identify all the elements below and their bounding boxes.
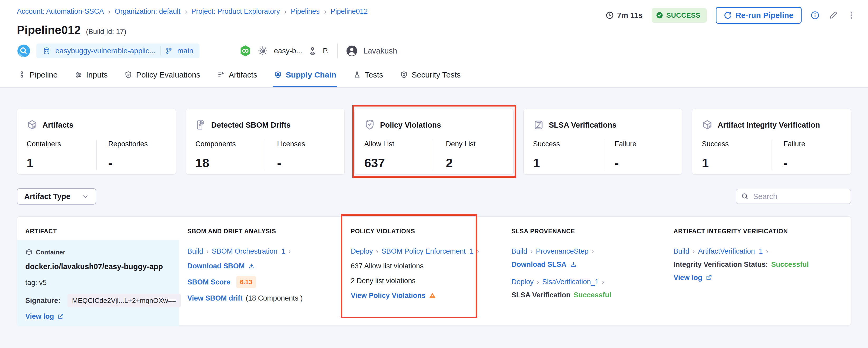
- card-title: Artifact Integrity Verification: [717, 121, 820, 129]
- table-header-row: ARTIFACT SBOM AND DRIFT ANALYSIS POLICY …: [17, 217, 851, 235]
- chevron-right-icon: ›: [376, 246, 378, 256]
- tab-label: Pipeline: [30, 70, 58, 79]
- view-policy-violations-link[interactable]: View Policy Violations: [351, 291, 426, 300]
- view-sbom-drift-link[interactable]: View SBOM drift: [187, 293, 243, 303]
- stat-slsa-success: Success 1: [533, 140, 603, 170]
- meta-divider: [337, 44, 338, 58]
- card-policy-violations: Policy Violations Allow List 637 Deny Li…: [354, 109, 514, 175]
- chevron-right-icon: ›: [324, 8, 326, 15]
- integrity-cell: Build › ArtifactVerification_1 › Integri…: [665, 240, 851, 326]
- card-title: Detected SBOM Drifts: [211, 121, 291, 129]
- view-log-link[interactable]: View log: [674, 273, 702, 282]
- download-slsa-link[interactable]: Download SLSA: [512, 260, 566, 269]
- chevron-right-icon: ›: [692, 246, 695, 256]
- download-sbom-link[interactable]: Download SBOM: [187, 261, 245, 271]
- card-title: SLSA Verifications: [549, 121, 617, 129]
- stat-licenses: Licenses -: [265, 140, 335, 170]
- tab-label: Inputs: [86, 70, 108, 79]
- integrity-status-value: Successful: [771, 260, 809, 269]
- sbom-score-link[interactable]: SBOM Score: [187, 277, 230, 287]
- tab-artifacts[interactable]: Artifacts: [216, 70, 258, 87]
- stage-link[interactable]: Deploy: [512, 277, 534, 287]
- stage-link[interactable]: Build: [674, 246, 689, 256]
- rerun-pipeline-button[interactable]: Re-run Pipeline: [716, 7, 802, 24]
- repo-name-link[interactable]: easybuggy-vulnerable-applic...: [55, 47, 155, 55]
- stage-icon: [308, 47, 317, 55]
- repository-icon: [43, 47, 51, 55]
- search-input[interactable]: [753, 192, 846, 201]
- shield-check-icon: [364, 119, 375, 130]
- kebab-menu-icon[interactable]: [847, 11, 856, 20]
- chevron-right-icon: ›: [592, 246, 594, 256]
- tab-tests[interactable]: Tests: [352, 70, 384, 87]
- sbom-cell: Build › SBOM Orchestration_1 › Download …: [179, 240, 343, 326]
- stat-deny-list: Deny List 2: [434, 140, 504, 170]
- warning-triangle-icon: [429, 292, 436, 299]
- artifact-tag: tag: v5: [25, 278, 174, 287]
- check-circle-icon: [656, 11, 663, 19]
- stat-components: Components 18: [195, 140, 266, 170]
- stage-link[interactable]: Build: [187, 246, 203, 256]
- user-avatar-icon: [346, 45, 358, 57]
- view-log-link[interactable]: View log: [25, 312, 54, 321]
- col-header-integrity: ARTIFACT INTEGRITY VERIFICATION: [665, 217, 851, 235]
- artifact-type-dropdown[interactable]: Artifact Type: [17, 188, 96, 205]
- chevron-right-icon: ›: [206, 246, 209, 256]
- build-id: (Build Id: 17): [86, 28, 126, 36]
- breadcrumb-project[interactable]: Project: Product Exploratory: [191, 7, 280, 16]
- step-link[interactable]: SBOM Policy Enforcement_1: [381, 246, 474, 256]
- pill-divider: [160, 47, 160, 55]
- tab-policy-evaluations[interactable]: Policy Evaluations: [123, 70, 201, 87]
- pipeline-icon: [18, 71, 26, 79]
- chevron-right-icon: ›: [766, 246, 768, 256]
- info-icon[interactable]: [811, 11, 819, 20]
- integrity-status-label: Integrity Verification Status:: [674, 260, 768, 269]
- download-icon: [570, 261, 577, 268]
- slsa-status-label: SLSA Verification: [512, 290, 570, 300]
- sbom-drift-count: (18 Components ): [246, 293, 303, 303]
- edit-pencil-icon[interactable]: [829, 10, 838, 20]
- clock-icon: [606, 11, 614, 20]
- title-row: Pipeline012 (Build Id: 17): [17, 24, 851, 37]
- status-badge: SUCCESS: [652, 8, 707, 23]
- tab-security-tests[interactable]: Security Tests: [399, 70, 462, 87]
- step-link[interactable]: ProvenanceStep: [536, 246, 589, 256]
- stat-repositories: Repositories -: [96, 140, 166, 170]
- execution-meta: easy-b... P. Lavakush: [239, 44, 397, 58]
- step-link[interactable]: ArtifactVerification_1: [698, 246, 763, 256]
- trigger-icon: [17, 44, 31, 58]
- breadcrumb-pipelines[interactable]: Pipelines: [291, 7, 320, 16]
- container-cube-icon: [25, 249, 33, 256]
- col-header-artifact: ARTIFACT: [17, 217, 179, 235]
- slsa-status-value: Successful: [574, 290, 611, 300]
- slsa-provenance-cell: Build › ProvenanceStep › Download SLSA D…: [503, 240, 665, 326]
- card-sbom-drifts: Detected SBOM Drifts Components 18 Licen…: [186, 109, 345, 175]
- tab-inputs[interactable]: Inputs: [73, 70, 109, 87]
- tab-pipeline[interactable]: Pipeline: [17, 70, 59, 87]
- breadcrumb-pipeline012[interactable]: Pipeline012: [331, 7, 368, 16]
- step-link[interactable]: SlsaVerification_1: [542, 277, 599, 287]
- page-header: Account: Automation-SSCA › Organization:…: [0, 0, 868, 88]
- stage-link[interactable]: Deploy: [351, 246, 373, 256]
- stage-link[interactable]: Build: [512, 246, 527, 256]
- stat-integrity-failure: Failure -: [772, 140, 841, 170]
- branch-name-link[interactable]: main: [177, 47, 193, 55]
- sbom-document-icon: [195, 119, 207, 130]
- tab-supply-chain[interactable]: Supply Chain: [273, 70, 337, 87]
- refresh-icon: [724, 11, 732, 19]
- external-link-icon: [705, 274, 712, 281]
- col-header-slsa-provenance: SLSA PROVENANCE: [503, 217, 665, 235]
- shield-check-icon: [124, 71, 132, 79]
- breadcrumb-organization[interactable]: Organization: default: [115, 7, 181, 16]
- step-link[interactable]: SBOM Orchestration_1: [212, 246, 285, 256]
- chevron-right-icon: ›: [530, 246, 533, 256]
- breadcrumb-account[interactable]: Account: Automation-SSCA: [17, 7, 104, 16]
- ci-module-icon: [239, 45, 252, 57]
- chevron-right-icon: ›: [477, 246, 479, 256]
- summary-cards-row: Artifacts Containers 1 Repositories -: [17, 109, 851, 175]
- user-name: Lavakush: [363, 47, 397, 55]
- card-title: Artifacts: [42, 121, 73, 129]
- execution-duration: 7m 11s: [606, 11, 643, 20]
- stat-allow-list: Allow List 637: [364, 140, 434, 170]
- search-icon: [741, 193, 749, 200]
